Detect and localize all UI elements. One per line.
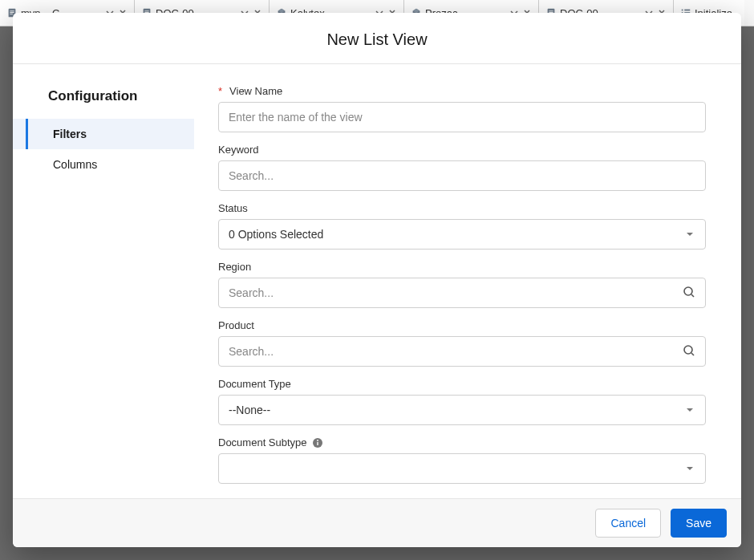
sidebar-heading: Configuration	[13, 88, 194, 119]
search-icon	[683, 286, 695, 301]
info-icon	[312, 437, 323, 448]
modal-header: New List View	[13, 13, 741, 64]
required-star: *	[218, 85, 222, 97]
modal-title: New List View	[13, 30, 741, 49]
product-search[interactable]	[218, 336, 706, 367]
field-label: Document Subtype	[218, 436, 706, 448]
sidebar-item-label: Filters	[53, 128, 87, 140]
svg-line-21	[691, 353, 694, 355]
save-button[interactable]: Save	[671, 509, 727, 538]
svg-rect-3	[10, 14, 13, 14]
sidebar-item-columns[interactable]: Columns	[13, 149, 194, 180]
svg-rect-5	[144, 10, 148, 11]
field-label: Status	[218, 202, 706, 214]
form-area: * View Name Keyword Status 0 Options Sel…	[194, 64, 741, 498]
field-product: Product	[218, 319, 706, 367]
document-type-select[interactable]: --None--	[218, 395, 706, 425]
field-region: Region	[218, 261, 706, 308]
field-document-type: Document Type --None--	[218, 378, 706, 425]
field-view-name: * View Name	[218, 85, 706, 132]
svg-rect-23	[317, 442, 318, 445]
view-name-input[interactable]	[218, 102, 706, 132]
svg-rect-1	[10, 10, 14, 11]
svg-rect-2	[10, 12, 14, 13]
svg-rect-13	[684, 10, 690, 11]
field-document-subtype: Document Subtype	[218, 436, 706, 484]
sidebar-item-label: Columns	[53, 158, 97, 171]
keyword-input[interactable]	[218, 160, 706, 191]
region-search[interactable]	[218, 278, 706, 308]
region-input[interactable]	[229, 286, 683, 299]
new-list-view-modal: New List View Configuration Filters Colu…	[13, 13, 741, 547]
svg-point-24	[317, 440, 318, 441]
modal-footer: Cancel Save	[13, 498, 741, 547]
cancel-button[interactable]: Cancel	[595, 509, 661, 538]
status-select[interactable]: 0 Options Selected	[218, 219, 706, 250]
svg-rect-12	[682, 10, 683, 11]
caret-down-icon	[684, 404, 695, 416]
product-input[interactable]	[229, 345, 683, 358]
modal-body: Configuration Filters Columns * View Nam…	[13, 64, 741, 498]
svg-point-18	[684, 287, 692, 295]
field-keyword: Keyword	[218, 144, 706, 191]
config-sidebar: Configuration Filters Columns	[13, 64, 194, 498]
sidebar-item-filters[interactable]: Filters	[13, 119, 194, 149]
document-subtype-select[interactable]	[218, 453, 706, 484]
field-label: Region	[218, 261, 706, 273]
field-label: Document Type	[218, 378, 706, 390]
caret-down-icon	[684, 463, 695, 474]
svg-line-19	[691, 294, 694, 297]
svg-point-20	[684, 346, 692, 354]
select-value: 0 Options Selected	[229, 228, 323, 241]
select-value: --None--	[229, 404, 270, 416]
field-label: Keyword	[218, 144, 706, 156]
field-label: * View Name	[218, 85, 706, 97]
svg-rect-9	[549, 10, 553, 11]
search-icon	[683, 344, 695, 359]
caret-down-icon	[684, 229, 695, 240]
field-status: Status 0 Options Selected	[218, 202, 706, 250]
field-label: Product	[218, 319, 706, 331]
